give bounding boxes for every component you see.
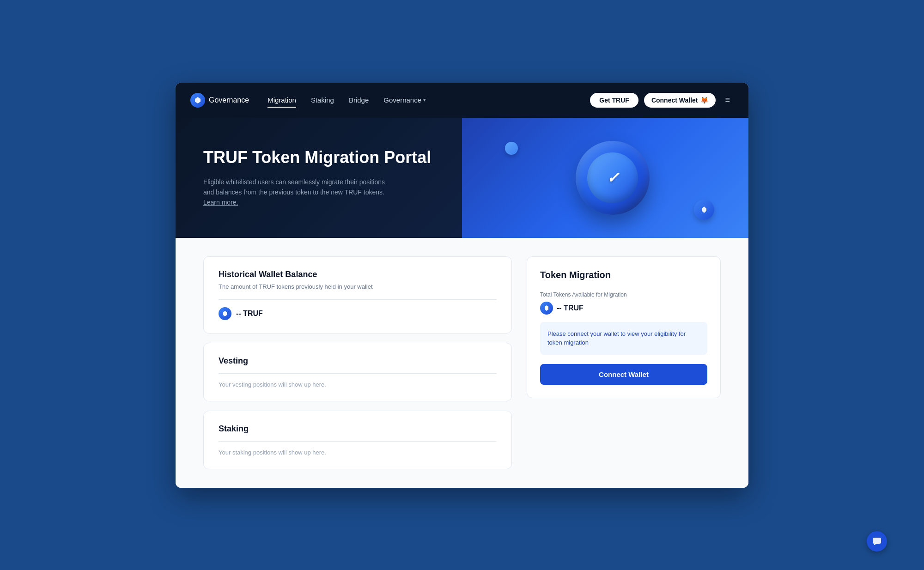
token-migration-title: Token Migration [540, 270, 707, 280]
hero-right: ✓ [462, 118, 748, 238]
migration-info-box: Please connect your wallet to view your … [540, 322, 707, 355]
vesting-card: Vesting Your vesting positions will show… [203, 343, 512, 401]
right-panel: Token Migration Total Tokens Available f… [527, 256, 721, 469]
hero-title: TRUF Token Migration Portal [203, 147, 444, 167]
migration-info-text: Please connect your wallet to view your … [547, 329, 700, 347]
chat-bubble-button[interactable] [867, 531, 887, 552]
staking-divider [219, 441, 497, 442]
coin-inner: ✓ [587, 152, 638, 203]
nav-link-bridge[interactable]: Bridge [349, 94, 369, 106]
migration-label: Total Tokens Available for Migration [540, 291, 707, 298]
get-truf-button[interactable]: Get TRUF [590, 93, 638, 108]
floating-dot-small [505, 142, 518, 155]
hero-coin: ✓ [576, 141, 650, 215]
connect-wallet-nav-button[interactable]: Connect Wallet 🦊 [644, 93, 716, 108]
hero-left: TRUF Token Migration Portal Eligible whi… [176, 118, 462, 238]
floating-dot-large [694, 200, 714, 220]
left-column: Historical Wallet Balance The amount of … [203, 256, 512, 469]
migration-token-amount: -- TRUF [557, 304, 584, 312]
connect-wallet-main-button[interactable]: Connect Wallet [540, 364, 707, 385]
historical-balance-card: Historical Wallet Balance The amount of … [203, 256, 512, 334]
staking-empty-text: Your staking positions will show up here… [219, 449, 497, 456]
governance-chevron-icon: ▾ [423, 97, 426, 103]
historical-token-icon [219, 307, 231, 320]
nav-logo[interactable]: Governance [190, 93, 249, 108]
nav-links: Migration Staking Bridge Governance ▾ [267, 94, 590, 106]
staking-title: Staking [219, 424, 497, 434]
navbar: Governance Migration Staking Bridge Gove… [176, 83, 748, 118]
historical-token-amount: -- TRUF [236, 309, 263, 318]
coin-symbol: ✓ [607, 169, 619, 187]
vesting-divider [219, 373, 497, 374]
historical-subtitle: The amount of TRUF tokens previously hel… [219, 283, 497, 290]
menu-icon[interactable]: ≡ [721, 93, 734, 107]
nav-link-staking[interactable]: Staking [311, 94, 334, 106]
logo-text: Governance [209, 96, 249, 104]
migration-token-icon [540, 302, 553, 315]
hero-section: TRUF Token Migration Portal Eligible whi… [176, 118, 748, 238]
wallet-emoji-icon: 🦊 [700, 97, 708, 104]
migration-token-display: -- TRUF [540, 302, 707, 315]
nav-link-migration[interactable]: Migration [267, 94, 296, 106]
vesting-empty-text: Your vesting positions will show up here… [219, 381, 497, 388]
historical-title: Historical Wallet Balance [219, 270, 497, 279]
nav-link-governance[interactable]: Governance ▾ [383, 94, 426, 106]
learn-more-link[interactable]: Learn more. [203, 199, 238, 206]
staking-card: Staking Your staking positions will show… [203, 411, 512, 469]
token-migration-card: Token Migration Total Tokens Available f… [527, 256, 721, 398]
coin-outer: ✓ [576, 141, 650, 215]
historical-token-display: -- TRUF [219, 307, 497, 320]
historical-divider [219, 299, 497, 300]
nav-actions: Get TRUF Connect Wallet 🦊 ≡ [590, 93, 734, 108]
vesting-title: Vesting [219, 356, 497, 366]
main-content: Historical Wallet Balance The amount of … [176, 238, 748, 488]
logo-icon [190, 93, 205, 108]
hero-description: Eligible whitelisted users can seamlessl… [203, 177, 388, 208]
